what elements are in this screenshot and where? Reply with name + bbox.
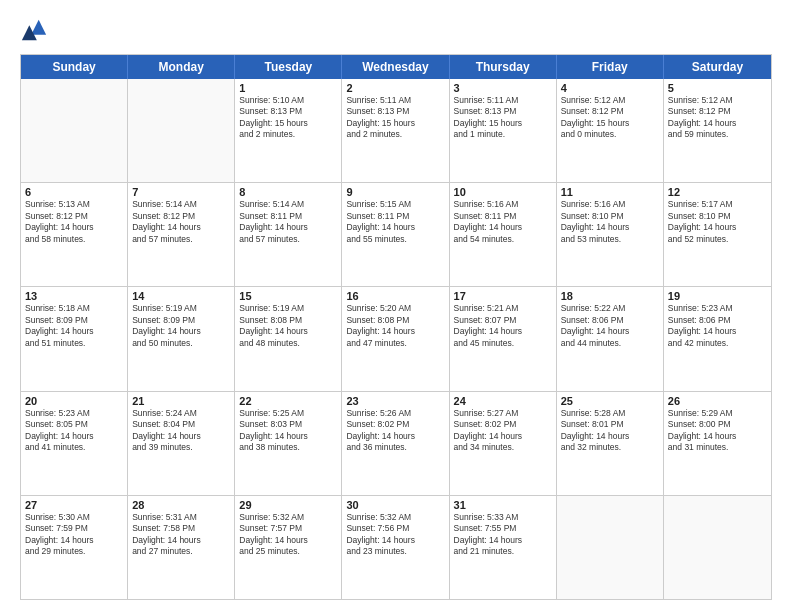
day-number: 19 [668,290,767,302]
cell-line: Sunrise: 5:11 AM [346,95,444,106]
cell-line: Sunset: 8:00 PM [668,419,767,430]
cell-line: Sunrise: 5:24 AM [132,408,230,419]
cell-line: Sunset: 8:13 PM [454,106,552,117]
day-number: 4 [561,82,659,94]
cell-line: Daylight: 15 hours [239,118,337,129]
cell-line: Sunset: 7:59 PM [25,523,123,534]
cell-line: Sunrise: 5:13 AM [25,199,123,210]
cell-line: Sunrise: 5:32 AM [346,512,444,523]
cell-line: Daylight: 14 hours [346,326,444,337]
cell-line: Daylight: 14 hours [239,535,337,546]
cell-line: and 47 minutes. [346,338,444,349]
cell-line: Daylight: 14 hours [25,535,123,546]
calendar-cell: 10Sunrise: 5:16 AMSunset: 8:11 PMDayligh… [450,183,557,286]
day-number: 22 [239,395,337,407]
cell-line: and 44 minutes. [561,338,659,349]
cell-line: Sunset: 7:58 PM [132,523,230,534]
cell-line: and 29 minutes. [25,546,123,557]
day-number: 8 [239,186,337,198]
calendar-cell: 20Sunrise: 5:23 AMSunset: 8:05 PMDayligh… [21,392,128,495]
calendar-cell: 27Sunrise: 5:30 AMSunset: 7:59 PMDayligh… [21,496,128,599]
cell-line: and 2 minutes. [346,129,444,140]
cell-line: and 1 minute. [454,129,552,140]
weekday-header: Sunday [21,55,128,79]
page: SundayMondayTuesdayWednesdayThursdayFrid… [0,0,792,612]
calendar-cell: 19Sunrise: 5:23 AMSunset: 8:06 PMDayligh… [664,287,771,390]
cell-line: Daylight: 14 hours [132,326,230,337]
day-number: 16 [346,290,444,302]
cell-line: Daylight: 14 hours [25,222,123,233]
cell-line: Sunset: 8:12 PM [132,211,230,222]
cell-line: Sunset: 8:12 PM [561,106,659,117]
cell-line: Daylight: 14 hours [239,222,337,233]
cell-line: Daylight: 14 hours [668,431,767,442]
cell-line: Sunset: 8:08 PM [346,315,444,326]
cell-line: Sunrise: 5:20 AM [346,303,444,314]
day-number: 30 [346,499,444,511]
cell-line: Sunset: 8:05 PM [25,419,123,430]
cell-line: Daylight: 15 hours [561,118,659,129]
cell-line: Sunset: 8:13 PM [239,106,337,117]
cell-line: and 55 minutes. [346,234,444,245]
cell-line: Sunrise: 5:28 AM [561,408,659,419]
cell-line: Sunrise: 5:11 AM [454,95,552,106]
cell-line: and 45 minutes. [454,338,552,349]
calendar-cell: 1Sunrise: 5:10 AMSunset: 8:13 PMDaylight… [235,79,342,182]
cell-line: Daylight: 14 hours [668,118,767,129]
day-number: 20 [25,395,123,407]
cell-line: Daylight: 14 hours [346,431,444,442]
cell-line: Sunset: 8:09 PM [132,315,230,326]
cell-line: Sunset: 8:02 PM [454,419,552,430]
cell-line: and 59 minutes. [668,129,767,140]
weekday-header: Monday [128,55,235,79]
cell-line: Sunrise: 5:21 AM [454,303,552,314]
cell-line: Sunrise: 5:30 AM [25,512,123,523]
calendar-cell: 12Sunrise: 5:17 AMSunset: 8:10 PMDayligh… [664,183,771,286]
day-number: 14 [132,290,230,302]
cell-line: Sunrise: 5:29 AM [668,408,767,419]
day-number: 1 [239,82,337,94]
calendar-row: 13Sunrise: 5:18 AMSunset: 8:09 PMDayligh… [21,287,771,391]
cell-line: Sunrise: 5:16 AM [561,199,659,210]
day-number: 12 [668,186,767,198]
cell-line: Sunset: 7:56 PM [346,523,444,534]
cell-line: Sunset: 8:10 PM [561,211,659,222]
cell-line: Daylight: 14 hours [454,431,552,442]
day-number: 21 [132,395,230,407]
cell-line: Daylight: 14 hours [454,222,552,233]
calendar-row: 1Sunrise: 5:10 AMSunset: 8:13 PMDaylight… [21,79,771,183]
cell-line: Sunset: 8:10 PM [668,211,767,222]
cell-line: and 2 minutes. [239,129,337,140]
day-number: 24 [454,395,552,407]
cell-line: and 51 minutes. [25,338,123,349]
calendar-cell [664,496,771,599]
calendar-cell: 29Sunrise: 5:32 AMSunset: 7:57 PMDayligh… [235,496,342,599]
cell-line: Daylight: 14 hours [454,535,552,546]
day-number: 27 [25,499,123,511]
weekday-header: Friday [557,55,664,79]
calendar-cell: 24Sunrise: 5:27 AMSunset: 8:02 PMDayligh… [450,392,557,495]
day-number: 9 [346,186,444,198]
day-number: 23 [346,395,444,407]
cell-line: Sunset: 8:04 PM [132,419,230,430]
cell-line: Sunrise: 5:31 AM [132,512,230,523]
cell-line: and 34 minutes. [454,442,552,453]
cell-line: Daylight: 14 hours [668,326,767,337]
day-number: 3 [454,82,552,94]
cell-line: Sunset: 8:06 PM [561,315,659,326]
cell-line: and 23 minutes. [346,546,444,557]
cell-line: Sunrise: 5:19 AM [132,303,230,314]
svg-marker-0 [31,20,46,35]
cell-line: Sunset: 7:55 PM [454,523,552,534]
cell-line: Sunrise: 5:18 AM [25,303,123,314]
calendar-cell: 5Sunrise: 5:12 AMSunset: 8:12 PMDaylight… [664,79,771,182]
day-number: 15 [239,290,337,302]
cell-line: and 25 minutes. [239,546,337,557]
cell-line: Daylight: 14 hours [346,535,444,546]
cell-line: Daylight: 14 hours [561,222,659,233]
calendar-header: SundayMondayTuesdayWednesdayThursdayFrid… [21,55,771,79]
calendar-cell [128,79,235,182]
calendar-cell: 11Sunrise: 5:16 AMSunset: 8:10 PMDayligh… [557,183,664,286]
cell-line: Sunrise: 5:25 AM [239,408,337,419]
cell-line: Sunrise: 5:27 AM [454,408,552,419]
